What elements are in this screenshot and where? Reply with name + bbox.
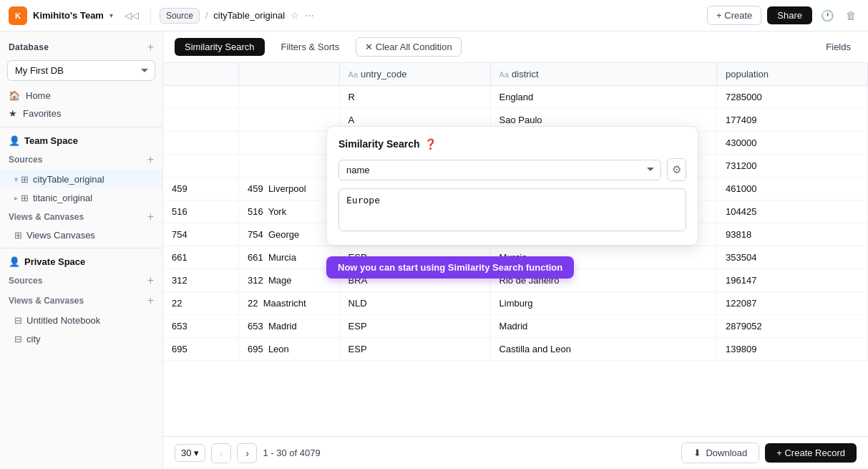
search-settings-icon[interactable]: ⚙ (667, 158, 686, 181)
search-panel-overlay: Similarity Search ❓ name district countr… (326, 126, 698, 246)
table-icon: ⊞ (21, 174, 29, 185)
db-selector[interactable]: My First DB (7, 60, 155, 81)
cell-population: 139809 (717, 338, 868, 361)
cell-population: 731200 (717, 155, 868, 178)
similarity-search-tab[interactable]: Similarity Search (175, 38, 265, 56)
delete-icon[interactable]: 🗑 (843, 6, 859, 24)
sources-group-header: Sources + (0, 150, 162, 170)
more-options-icon[interactable]: ⋯ (305, 10, 314, 21)
clear-conditions-button[interactable]: ✕ Clear All Condition (356, 37, 462, 57)
table-header-row: Aa untry_code Aa district (163, 63, 868, 86)
sidebar-collapse-icon[interactable]: ◁◁ (122, 7, 142, 24)
titanic-label: titanic_original (33, 193, 143, 203)
cell-col2: 661 Murcia (238, 246, 339, 269)
sidebar-item-city[interactable]: ⊟ city ⋯ (0, 329, 162, 348)
cell-population: 430000 (717, 132, 868, 155)
team-space-title: Team Space (24, 135, 78, 146)
fields-button[interactable]: Fields (820, 38, 857, 56)
page-prev-button[interactable]: ‹ (211, 443, 231, 463)
main-layout: Database + My First DB 🏠 Home ★ Favorite… (0, 32, 868, 469)
breadcrumb-sep: / (205, 11, 208, 21)
sidebar-item-home[interactable]: 🏠 Home (0, 87, 162, 105)
sources-add-icon[interactable]: + (147, 153, 154, 166)
database-add-icon[interactable]: + (147, 42, 154, 53)
private-space-header: 👤 Private Space (0, 253, 162, 271)
database-section-title: Database (9, 42, 49, 52)
star-icon[interactable]: ☆ (291, 10, 299, 21)
search-field-select[interactable]: name district country_code (338, 160, 661, 180)
cell-col1: 22 (163, 292, 238, 315)
download-button[interactable]: ⬇ Download (681, 443, 759, 463)
page-size-selector[interactable]: 30 ▾ (175, 444, 205, 462)
cell-col1: 661 (163, 246, 238, 269)
team-logo: K (9, 6, 27, 25)
team-chevron-icon[interactable]: ▾ (109, 11, 113, 19)
db-select[interactable]: My First DB (7, 60, 155, 81)
cell-col1: 653 (163, 315, 238, 338)
sidebar-home-label: Home (26, 90, 51, 101)
views-canvases-title: Views & Canvases (9, 212, 84, 222)
city-label: city (26, 334, 143, 344)
sidebar-item-titanic[interactable]: ▸ ⊞ titanic_original ⋯ (0, 188, 162, 207)
private-space-title: Private Space (24, 256, 85, 267)
history-icon[interactable]: 🕐 (818, 6, 837, 25)
th-col1 (163, 63, 238, 86)
th-country-code: Aa untry_code (339, 63, 490, 86)
create-button[interactable]: + Create (707, 6, 761, 25)
filters-sorts-tab[interactable]: Filters & Sorts (270, 37, 351, 57)
sidebar-item-views-canvases[interactable]: ⊞ Views Canvases (0, 227, 162, 243)
private-views-add-icon[interactable]: + (147, 294, 154, 307)
share-button[interactable]: Share (767, 6, 812, 24)
cell-population: 93818 (717, 223, 868, 246)
cell-col1 (163, 86, 238, 109)
page-next-button[interactable]: › (237, 443, 257, 463)
private-person-icon: 👤 (9, 256, 20, 267)
table-row: 695 695 Leon ESP Castilla and Leon 13980… (163, 338, 868, 361)
download-label: Download (706, 448, 747, 458)
private-sources-header: Sources + (0, 271, 162, 291)
th-country-code-label: untry_code (361, 69, 406, 79)
th-district-label: district (512, 69, 539, 79)
private-views-title: Views & Canvases (9, 296, 84, 306)
table-row: 22 22 Maastricht NLD Limburg 122087 (163, 292, 868, 315)
private-sources-add-icon[interactable]: + (147, 274, 154, 287)
expand-icon: ▾ (14, 175, 18, 183)
cell-col2: 22 Maastricht (238, 292, 339, 315)
pagination-bar: 30 ▾ ‹ › 1 - 30 of 4079 ⬇ Download + Cre… (163, 436, 868, 469)
sidebar-item-favorites[interactable]: ★ Favorites (0, 105, 162, 122)
search-select-row: name district country_code ⚙ (338, 158, 686, 181)
cell-col2 (238, 86, 339, 109)
database-section-header: Database + (0, 37, 162, 57)
sources-title: Sources (9, 155, 42, 165)
cell-district: England (490, 86, 716, 109)
th-district: Aa district (490, 63, 716, 86)
sidebar-divider-1 (0, 127, 162, 127)
search-query-textarea[interactable]: Europe (338, 188, 686, 231)
cell-col1: 754 (163, 223, 238, 246)
topbar: K Kimihito's Team ▾ ◁◁ Source / cityTabl… (0, 0, 868, 32)
private-views-header: Views & Canvases + (0, 291, 162, 311)
table-row: R England 7285000 (163, 86, 868, 109)
create-record-button[interactable]: + Create Record (765, 443, 857, 463)
titanic-table-icon: ⊞ (21, 193, 29, 203)
views-add-icon[interactable]: + (147, 211, 154, 223)
help-icon[interactable]: ❓ (424, 138, 437, 150)
cell-district: Madrid (490, 315, 716, 338)
cell-col1: 459 (163, 178, 238, 200)
cell-col1: 516 (163, 200, 238, 223)
cell-population: 461000 (717, 178, 868, 200)
topbar-left: K Kimihito's Team ▾ ◁◁ (9, 6, 142, 25)
sidebar-item-untitled-notebook[interactable]: ⊟ Untitled Notebook ⋯ (0, 311, 162, 329)
cell-col1: 312 (163, 269, 238, 292)
cell-population: 177409 (717, 109, 868, 132)
star-nav-icon: ★ (9, 108, 17, 119)
cell-col1: 695 (163, 338, 238, 361)
table-container: Similarity Search ❓ name district countr… (163, 63, 868, 436)
sidebar-item-city-table[interactable]: ▾ ⊞ cityTable_original ⋯ (0, 170, 162, 188)
breadcrumb-title: cityTable_original (213, 10, 285, 21)
cell-col1 (163, 155, 238, 178)
cell-country-code: R (339, 86, 490, 109)
sidebar-divider-2 (0, 248, 162, 248)
cell-district: Castilla and Leon (490, 338, 716, 361)
search-panel-title: Similarity Search (338, 138, 420, 150)
